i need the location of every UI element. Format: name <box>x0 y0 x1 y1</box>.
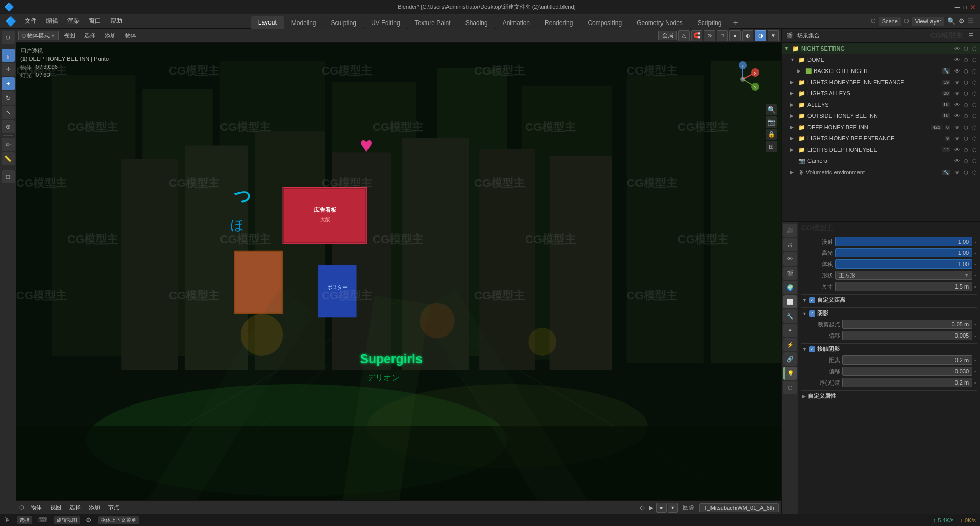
props-world-icon[interactable]: 🌍 <box>783 281 797 294</box>
volume-dot[interactable]: • <box>974 262 976 267</box>
vp-add-menu[interactable]: 添加 <box>101 31 120 40</box>
tab-rendering[interactable]: Rendering <box>537 17 580 29</box>
viewport-shading-solid[interactable]: ● <box>729 30 741 41</box>
sel-backcloth[interactable]: ⬡ <box>971 68 978 74</box>
vp-object-menu[interactable]: 物体 <box>121 31 140 40</box>
custom-distance-header[interactable]: ▼ ✓ 自定义距离 <box>801 294 977 305</box>
eye-la[interactable]: 👁 <box>953 91 961 97</box>
eye-vol[interactable]: 👁 <box>953 170 961 175</box>
props-material-icon[interactable]: ⬡ <box>783 381 797 394</box>
play-btn[interactable]: ▶ <box>648 503 654 512</box>
clip-start-field[interactable]: 0.05 m <box>842 320 972 329</box>
rotate-tool[interactable]: ↻ <box>2 91 15 105</box>
shadow-header[interactable]: ▼ ✓ 阴影 <box>801 307 977 319</box>
close-icon[interactable]: ✕ <box>970 3 976 11</box>
scene-selector-icon[interactable]: ⬡ <box>871 18 876 25</box>
transform-tool[interactable]: ⊕ <box>2 120 15 133</box>
move-tool[interactable]: ✦ <box>2 77 15 90</box>
eye-ldh[interactable]: 👁 <box>953 147 961 153</box>
search-icon[interactable]: 🔍 <box>947 17 955 25</box>
zoom-in-btn[interactable]: 🔍 <box>766 104 777 115</box>
sel-icon-dome[interactable]: ⬡ <box>971 57 978 63</box>
outliner-row-lights-hbe[interactable]: ▶ 📁 LIGHTS HONEY BEE ENTRANCE 9 👁 ⬡ ⬡ <box>782 133 980 144</box>
clip-start-dot[interactable]: • <box>974 322 976 327</box>
render-cam[interactable]: ⬡ <box>963 158 969 164</box>
render-outside[interactable]: ⬡ <box>963 113 969 119</box>
render-backcloth[interactable]: ⬡ <box>963 68 969 74</box>
scene-name[interactable]: Scene <box>879 17 901 26</box>
cb-shadow[interactable]: ✓ <box>809 310 815 317</box>
menu-file[interactable]: 文件 <box>20 15 41 27</box>
cs-bias-dot[interactable]: • <box>974 369 976 374</box>
annotate-tool[interactable]: ✏ <box>2 138 15 151</box>
outliner-row-lights-honeybee[interactable]: ▶ 📁 LIGHTS HONEYBEE INN ENTRANCE 19 👁 ⬡ … <box>782 77 980 88</box>
sel-outside[interactable]: ⬡ <box>971 113 978 119</box>
sel-alleys[interactable]: ⬡ <box>971 102 978 108</box>
image-file[interactable]: T_MitsubachiWM_01_A_6th <box>699 503 779 512</box>
outliner-row-lights-deep[interactable]: ▶ 📁 LIGHTS DEEP HONEYBEE 12 👁 ⬡ ⬡ <box>782 144 980 155</box>
eye-deep[interactable]: 👁 <box>953 125 961 130</box>
eye-cam[interactable]: 👁 <box>953 158 961 164</box>
sel-lhbe[interactable]: ⬡ <box>971 136 978 141</box>
select-box-tool[interactable]: ╔ <box>2 49 15 62</box>
props-view-icon[interactable]: 👁 <box>783 252 797 266</box>
cursor-tool[interactable]: ✛ <box>2 63 15 76</box>
menu-help[interactable]: 帮助 <box>106 15 127 27</box>
shading-solid-bottom[interactable]: ● <box>656 503 667 513</box>
render-ldh[interactable]: ⬡ <box>963 147 969 153</box>
props-render-icon[interactable]: 🎥 <box>783 224 797 237</box>
render-alleys[interactable]: ⬡ <box>963 102 969 108</box>
sel-ldh[interactable]: ⬡ <box>971 147 978 153</box>
size-dot[interactable]: • <box>974 284 976 289</box>
viewport-scene[interactable]: 広告看板 大阪 Supergirls デリオン つ ほ ♥ <box>16 43 781 500</box>
select-icon-ns[interactable]: ⬡ <box>971 46 978 52</box>
sel-lhe[interactable]: ⬡ <box>971 80 978 85</box>
outliner-row-alleys[interactable]: ▶ 📁 ALLEYS 1K 👁 ⬡ ⬡ <box>782 99 980 110</box>
cb-custom-dist[interactable]: ✓ <box>809 297 815 303</box>
viewport-shading-wire[interactable]: □ <box>717 30 728 41</box>
render-lhe[interactable]: ⬡ <box>963 80 969 85</box>
sel-deep[interactable]: ⬡ <box>971 125 978 130</box>
shape-dropdown[interactable]: 正方形 ▼ <box>835 271 972 280</box>
render-vol[interactable]: ⬡ <box>963 170 969 175</box>
menu-edit[interactable]: 编辑 <box>42 15 62 27</box>
outliner-row-night-setting[interactable]: ▼ 📁 NIGHT SETTING 👁 ⬡ ⬡ <box>782 43 980 54</box>
tab-layout[interactable]: Layout <box>251 16 284 29</box>
viewport-overlays[interactable]: ⊙ <box>704 30 715 41</box>
diffuse-field[interactable]: 1.00 <box>835 237 972 246</box>
props-modifier-icon[interactable]: 🔧 <box>783 309 797 323</box>
bottom-node-btn[interactable]: 节点 <box>105 503 122 512</box>
mode-menu-icon[interactable]: ⬡ <box>18 503 26 512</box>
tab-animation[interactable]: Animation <box>496 17 537 29</box>
bottom-object-btn[interactable]: 物体 <box>28 503 45 512</box>
sel-vol[interactable]: ⬡ <box>971 170 978 175</box>
cs-thick-field[interactable]: 0.2 m <box>842 378 972 387</box>
volume-field[interactable]: 1.00 <box>835 259 972 269</box>
outliner-row-camera[interactable]: 📷 Camera 👁 ⬡ ⬡ <box>782 155 980 166</box>
shape-dot[interactable]: • <box>974 273 976 278</box>
render-region-btn[interactable]: ⊞ <box>766 141 777 152</box>
specular-field[interactable]: 1.00 <box>835 248 972 257</box>
bottom-view-btn[interactable]: 视图 <box>47 503 64 512</box>
props-particle-icon[interactable]: ✦ <box>783 324 797 337</box>
contact-shadow-header[interactable]: ▼ ✓ 接触阴影 <box>801 343 977 354</box>
filter-icon[interactable]: ☰ <box>968 17 974 25</box>
render-deep[interactable]: ⬡ <box>963 125 969 130</box>
size-field[interactable]: 1.5 m <box>835 282 972 291</box>
tab-shading[interactable]: Shading <box>458 17 495 29</box>
render-lhbe[interactable]: ⬡ <box>963 136 969 141</box>
props-object-data-icon[interactable]: 💡 <box>783 367 797 380</box>
eye-backcloth[interactable]: 👁 <box>953 68 961 74</box>
custom-props-header[interactable]: ▶ 自定义属性 <box>801 390 977 401</box>
outliner-filter-btn[interactable]: ☰ <box>967 31 976 40</box>
scale-tool[interactable]: ⤡ <box>2 106 15 119</box>
outliner-row-lights-alleys[interactable]: ▶ 📁 LIGHTS ALLEYS 20 👁 ⬡ ⬡ <box>782 88 980 99</box>
keyframe-btn[interactable]: ◇ <box>639 503 646 512</box>
bias-field[interactable]: 0.005 <box>842 331 972 340</box>
lock-camera-btn[interactable]: 🔒 <box>766 129 777 140</box>
tab-modeling[interactable]: Modeling <box>284 17 324 29</box>
sel-la[interactable]: ⬡ <box>971 91 978 97</box>
eye-lhbe[interactable]: 👁 <box>953 136 961 141</box>
add-cube-tool[interactable]: □ <box>2 170 15 183</box>
render-icon-ns[interactable]: ⬡ <box>963 46 969 52</box>
